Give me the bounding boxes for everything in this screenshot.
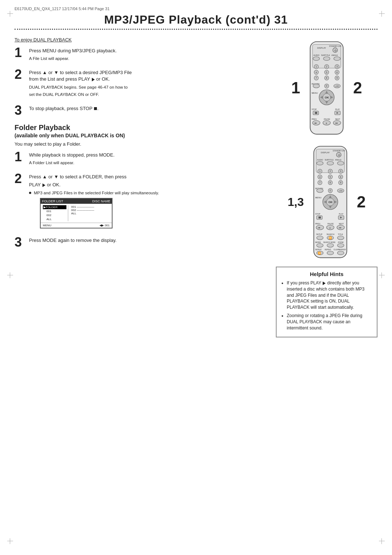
folder-step-3: 3 Press MODE again to remove the display… xyxy=(15,236,269,249)
screen-right-item-3: ALL xyxy=(71,212,110,215)
crosshair-mid-right xyxy=(379,272,385,278)
step-1-text: Press MENU during MP3/JPEG playback. xyxy=(29,48,269,54)
svg-text:STOP: STOP xyxy=(315,213,320,215)
remote-2-wrapper: 1,3 DISPLAY STANDBY-ON ⏻ AUDIO S xyxy=(288,145,366,259)
svg-rect-106 xyxy=(319,216,321,218)
folder-step-2-content: Press ▲ or ▼ to select a FOLDER, then pr… xyxy=(29,172,269,230)
folder-step-3-text: Press MODE again to remove the display. xyxy=(29,237,269,244)
hint-1: If you press PLAY directly after you ins… xyxy=(287,280,372,311)
hint-2: Zooming or rotating a JPEG File during D… xyxy=(287,313,372,331)
svg-text:AUDIO: AUDIO xyxy=(314,54,319,56)
svg-text:SETUP: SETUP xyxy=(316,233,323,235)
screen-controls: MENU ◀▶ 001 xyxy=(41,223,112,228)
right-column: 1 DISPLAY STANDBY-ON ⏻ AUDIO SUB xyxy=(276,37,377,337)
svg-text:TITLE: TITLE xyxy=(338,233,343,235)
svg-text:PLAY: PLAY xyxy=(339,213,343,215)
svg-text:AUDIO: AUDIO xyxy=(317,159,323,161)
screen-header-left: FOLDER LIST xyxy=(42,199,63,203)
svg-text:SUBTITLE: SUBTITLE xyxy=(324,159,334,161)
screen-right-item-2: 002 —————— xyxy=(71,208,110,212)
play-icon-hint xyxy=(323,281,326,285)
screen-ctrl-right: ◀▶ 001 xyxy=(99,224,110,227)
header-meta: E6170UD_EN_QX4_1217 12/17/04 5:44 PM Pag… xyxy=(15,7,377,11)
svg-text:MENU: MENU xyxy=(315,197,321,199)
svg-point-128 xyxy=(317,243,323,247)
svg-text:8: 8 xyxy=(326,77,327,79)
folder-step-2: 2 Press ▲ or ▼ to select a FOLDER, then … xyxy=(15,172,269,230)
svg-text:6: 6 xyxy=(336,71,338,74)
svg-point-121 xyxy=(317,236,323,240)
remote-1-svg: DISPLAY STANDBY-ON ⏻ AUDIO SUBTITLE ANGL… xyxy=(303,41,350,135)
screen-left-panel: ▶FOLDER 001 002 ALL xyxy=(43,205,68,221)
step-2-note1: DUAL PLAYBACK begins. See page 46-47 on … xyxy=(29,84,269,90)
svg-point-10 xyxy=(323,57,330,60)
remote1-label-left: 1 xyxy=(291,80,300,96)
folder-step-2-text2: PLAY or OK. xyxy=(29,182,269,188)
left-column: To enjoy DUAL PLAYBACK 1 Press MENU duri… xyxy=(15,37,276,337)
svg-point-11 xyxy=(334,57,340,60)
step-number-3: 3 xyxy=(15,104,25,117)
folder-step-number-2: 2 xyxy=(15,172,25,185)
svg-text:2: 2 xyxy=(330,170,331,173)
play-icon-2 xyxy=(42,183,45,187)
svg-text:STANDBY-ON: STANDBY-ON xyxy=(329,45,341,47)
svg-text:+10: +10 xyxy=(339,190,343,192)
folder-step-1-text: While playback is stopped, press MODE. xyxy=(29,152,269,158)
svg-text:7: 7 xyxy=(319,181,320,184)
helpful-hints-title: Helpful Hints xyxy=(282,271,372,277)
svg-text:DISPLAY: DISPLAY xyxy=(317,47,326,49)
svg-text:0: 0 xyxy=(326,85,327,87)
svg-text:⏸: ⏸ xyxy=(325,122,328,125)
svg-text:MODE: MODE xyxy=(315,241,321,243)
svg-text:SEARCH: SEARCH xyxy=(327,233,335,235)
step-number-2: 2 xyxy=(15,68,25,81)
folder-playback-title: Folder Playback xyxy=(15,123,269,132)
svg-text:ZOOM: ZOOM xyxy=(338,241,344,243)
stop-icon-1 xyxy=(94,107,97,110)
crosshair-mid-left xyxy=(7,272,13,278)
folder-item-4: ALL xyxy=(46,217,66,221)
svg-text:4: 4 xyxy=(319,176,320,178)
svg-text:MENU: MENU xyxy=(311,92,318,94)
remote-1-wrapper: 1 DISPLAY STANDBY-ON ⏻ AUDIO SUB xyxy=(291,41,362,135)
svg-text:⏭: ⏭ xyxy=(339,226,342,229)
svg-text:SEARCH MODE: SEARCH MODE xyxy=(323,242,336,243)
helpful-hints-list: If you press PLAY directly after you ins… xyxy=(282,280,372,331)
folder-step-1-content: While playback is stopped, press MODE. A… xyxy=(29,150,269,167)
svg-text:STOP: STOP xyxy=(311,108,317,110)
svg-text:PAUSE: PAUSE xyxy=(324,118,330,120)
step-2-text1: Press ▲ or ▼ to select a desired JPEG/MP… xyxy=(29,69,269,82)
svg-text:4: 4 xyxy=(315,71,317,74)
dual-step-1: 1 Press MENU during MP3/JPEG playback. A… xyxy=(15,46,269,63)
dual-step-2: 2 Press ▲ or ▼ to select a desired JPEG/… xyxy=(15,68,269,99)
svg-text:1: 1 xyxy=(319,170,320,173)
svg-point-129 xyxy=(327,243,334,247)
folder-step-2-text1: Press ▲ or ▼ to select a FOLDER, then pr… xyxy=(29,174,269,180)
svg-point-9 xyxy=(313,57,319,60)
svg-point-130 xyxy=(338,243,344,247)
step-number-1: 1 xyxy=(15,46,25,59)
folder-item-3: 002 xyxy=(46,213,66,217)
svg-text:DISPLAY: DISPLAY xyxy=(321,151,330,154)
remote-2-svg: DISPLAY STANDBY-ON ⏻ AUDIO SUBTITLE ANGL… xyxy=(307,145,354,259)
screen-ctrl-left: MENU xyxy=(43,224,52,227)
dual-step-3: 3 To stop playback, press STOP . xyxy=(15,104,269,117)
screen-mockup: FOLDER LIST DISC NAME ▶FOLDER 001 002 AL… xyxy=(40,198,113,228)
svg-text:⏮: ⏮ xyxy=(314,122,317,124)
page-title: MP3/JPEG Playback (cont'd) 31 xyxy=(15,13,377,27)
step-1-content: Press MENU during MP3/JPEG playback. A F… xyxy=(29,46,269,63)
dual-playback-section: To enjoy DUAL PLAYBACK 1 Press MENU duri… xyxy=(15,37,269,117)
svg-text:PAUSE: PAUSE xyxy=(327,223,334,225)
svg-point-137 xyxy=(327,251,334,255)
folder-step-1-note: A Folder List will appear. xyxy=(29,160,269,166)
svg-point-138 xyxy=(338,251,344,255)
play-icon-1 xyxy=(92,78,95,81)
svg-text:0: 0 xyxy=(330,189,331,192)
svg-text:NEXT: NEXT xyxy=(339,223,344,225)
svg-text:+10: +10 xyxy=(335,85,339,87)
svg-text:ANGLE: ANGLE xyxy=(335,159,342,161)
svg-text:⏪: ⏪ xyxy=(318,251,321,255)
svg-text:⏻: ⏻ xyxy=(334,49,337,52)
screen-header: FOLDER LIST DISC NAME xyxy=(41,199,112,204)
remote1-label-right: 2 xyxy=(353,80,362,96)
